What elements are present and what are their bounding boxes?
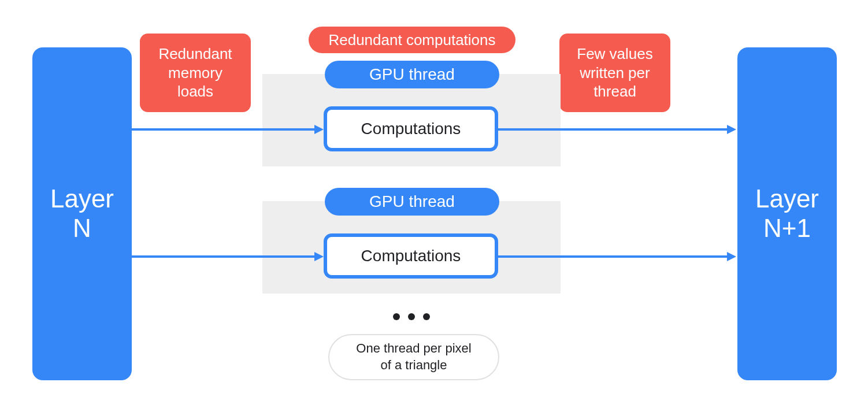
arrow-2-left-head: [314, 252, 324, 261]
gpu-thread-pill-1: GPU thread: [325, 61, 499, 88]
arrow-2-right: [498, 255, 728, 258]
computations-box-2: Computations: [324, 233, 498, 279]
gpu-thread-pill-2: GPU thread: [325, 188, 499, 216]
arrow-2-right-head: [727, 252, 736, 261]
ellipsis-dot-2: [408, 313, 415, 320]
callout-redundant-computations-text: Redundant computations: [328, 31, 495, 49]
computations-box-2-text: Computations: [361, 247, 461, 265]
arrow-1-right: [498, 128, 728, 131]
ellipsis-dot-3: [423, 313, 430, 320]
arrow-1-left-head: [314, 125, 324, 134]
gpu-thread-pill-2-text: GPU thread: [369, 192, 455, 211]
footnote-text: One thread per pixel of a triangle: [356, 340, 471, 373]
gpu-thread-pill-1-text: GPU thread: [369, 65, 455, 84]
ellipsis-dot-1: [393, 313, 400, 320]
layer-n-label: Layer N: [50, 184, 114, 243]
arrow-1-right-head: [727, 125, 736, 134]
layer-n-block: Layer N: [32, 47, 132, 380]
computations-box-1-text: Computations: [361, 120, 461, 138]
footnote-pill: One thread per pixel of a triangle: [328, 334, 499, 380]
arrow-2-left: [132, 255, 316, 258]
callout-redundant-loads-text: Redundant memory loads: [158, 44, 232, 101]
callout-redundant-loads: Redundant memory loads: [140, 34, 251, 112]
arrow-1-left: [132, 128, 316, 131]
layer-n1-label: Layer N+1: [755, 184, 819, 243]
computations-box-1: Computations: [324, 106, 498, 151]
callout-few-values: Few values written per thread: [559, 34, 670, 112]
callout-few-values-text: Few values written per thread: [577, 44, 653, 101]
callout-redundant-computations: Redundant computations: [309, 27, 515, 53]
layer-n1-block: Layer N+1: [737, 47, 837, 380]
